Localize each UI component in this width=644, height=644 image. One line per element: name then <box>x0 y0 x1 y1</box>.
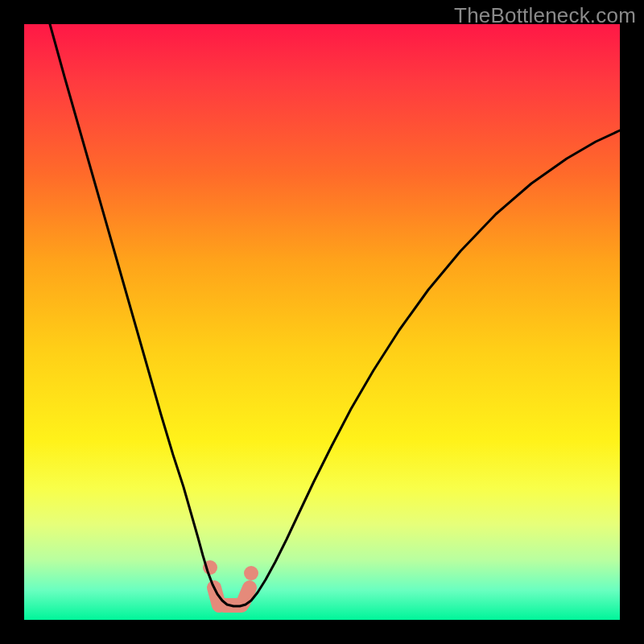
bottleneck-chart <box>0 0 644 644</box>
marker-capsule <box>243 588 250 603</box>
watermark-label: TheBottleneck.com <box>454 3 636 28</box>
chart-frame: { "watermark": "TheBottleneck.com", "cha… <box>0 0 644 644</box>
marker-dot <box>244 566 258 580</box>
gradient-background <box>24 24 620 620</box>
